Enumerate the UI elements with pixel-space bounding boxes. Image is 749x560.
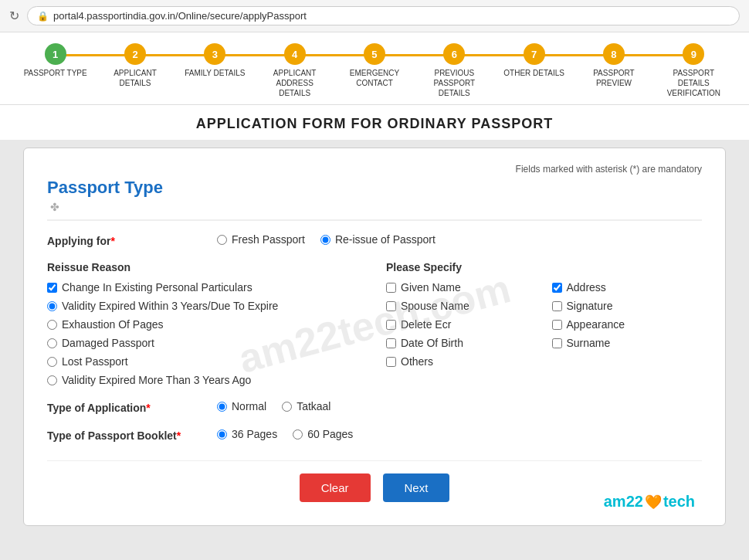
booklet-type-row: Type of Passport Booklet* 36 Pages 60 Pa… [47, 428, 702, 442]
required-star: * [110, 235, 114, 247]
specify-dob-label: Date Of Birth [401, 337, 463, 349]
reissue-validity3-label: Validity Expired Within 3 Years/Due To E… [62, 300, 278, 312]
reissue-change-option[interactable]: Change In Existing Personal Particulars [47, 281, 363, 294]
60-pages-label: 60 Pages [307, 428, 353, 440]
reissue-exhaustion-label: Exhaustion Of Pages [62, 318, 164, 331]
reissue-passport-radio[interactable] [320, 235, 330, 245]
reissue-exhaustion-option[interactable]: Exhaustion Of Pages [47, 318, 363, 331]
url-bar[interactable]: 🔒 portal4.passportindia.gov.in/Online/se… [27, 6, 740, 25]
section-divider [47, 219, 702, 221]
specify-dob-option[interactable]: Date Of Birth [386, 337, 537, 349]
applying-for-options: Fresh Passport Re-issue of Passport [217, 233, 436, 246]
please-specify-list: Given Name Address Spouse Name [386, 281, 702, 368]
step-3[interactable]: 3 FAMILY DETAILS [175, 43, 255, 78]
normal-option[interactable]: Normal [217, 400, 266, 412]
type-application-row: Type of Application* Normal Tatkaal [47, 400, 702, 414]
browser-bar: ↻ 🔒 portal4.passportindia.gov.in/Online/… [0, 0, 749, 32]
specify-surname-label: Surname [567, 337, 611, 349]
reissue-reason-col: Reissue Reason Change In Existing Person… [47, 261, 363, 386]
specify-appearance-checkbox[interactable] [552, 320, 562, 330]
specify-others-checkbox[interactable] [386, 357, 396, 367]
specify-given-name-label: Given Name [401, 281, 461, 294]
step-9[interactable]: 9 PASSPORT DETAILS VERIFICATION [654, 43, 734, 98]
specify-delete-ecr-option[interactable]: Delete Ecr [386, 318, 537, 331]
specify-dob-checkbox[interactable] [386, 338, 396, 348]
step-label-4: APPLICANT ADDRESS DETAILS [260, 68, 330, 98]
booklet-type-options: 36 Pages 60 Pages [217, 428, 353, 440]
form-container: Fields marked with asterisk (*) are mand… [0, 140, 749, 541]
lock-icon: 🔒 [37, 11, 49, 22]
specify-spouse-name-option[interactable]: Spouse Name [386, 300, 537, 312]
step-7[interactable]: 7 OTHER DETAILS [494, 43, 574, 78]
step-2[interactable]: 2 APPLICANT DETAILS [95, 43, 175, 88]
reissue-lost-option[interactable]: Lost Passport [47, 355, 363, 368]
specify-address-checkbox[interactable] [552, 283, 562, 293]
reissue-reason-title: Reissue Reason [47, 261, 363, 273]
step-label-6: PREVIOUS PASSPORT DETAILS [419, 68, 489, 98]
tatkaal-option[interactable]: Tatkaal [282, 400, 330, 412]
specify-appearance-label: Appearance [567, 318, 625, 331]
type-application-label: Type of Application* [47, 400, 217, 414]
step-circle-1: 1 [45, 43, 66, 65]
60-pages-option[interactable]: 60 Pages [293, 428, 353, 440]
60-pages-radio[interactable] [293, 429, 303, 440]
fresh-passport-radio[interactable] [217, 235, 227, 245]
reissue-change-checkbox[interactable] [47, 283, 57, 293]
specify-given-name-checkbox[interactable] [386, 283, 396, 293]
step-label-2: APPLICANT DETAILS [100, 68, 170, 88]
36-pages-option[interactable]: 36 Pages [217, 428, 277, 440]
step-label-9: PASSPORT DETAILS VERIFICATION [659, 68, 728, 98]
booklet-type-label: Type of Passport Booklet* [47, 428, 217, 442]
step-circle-6: 6 [443, 43, 465, 65]
step-circle-2: 2 [124, 43, 146, 65]
specify-delete-ecr-label: Delete Ecr [401, 318, 451, 331]
reissue-lost-radio[interactable] [47, 357, 57, 367]
step-1[interactable]: 1 PASSPORT TYPE [15, 43, 95, 78]
specify-surname-checkbox[interactable] [552, 338, 562, 348]
specify-given-name-option[interactable]: Given Name [386, 281, 537, 294]
specify-spouse-name-checkbox[interactable] [386, 301, 396, 311]
reissue-exhaustion-radio[interactable] [47, 320, 57, 330]
specify-delete-ecr-checkbox[interactable] [386, 320, 396, 330]
specify-appearance-option[interactable]: Appearance [552, 318, 703, 331]
specify-signature-checkbox[interactable] [552, 301, 562, 311]
reissue-validity3-option[interactable]: Validity Expired Within 3 Years/Due To E… [47, 300, 363, 312]
step-label-1: PASSPORT TYPE [24, 68, 87, 78]
specify-signature-option[interactable]: Signature [552, 300, 703, 312]
clear-button[interactable]: Clear [300, 473, 371, 502]
step-6[interactable]: 6 PREVIOUS PASSPORT DETAILS [415, 43, 494, 98]
reissue-damaged-radio[interactable] [47, 338, 57, 348]
reissue-validity3plus-radio[interactable] [47, 375, 57, 385]
specify-others-label: Others [401, 355, 433, 368]
reissue-reason-list: Change In Existing Personal Particulars … [47, 281, 363, 386]
reissue-lost-label: Lost Passport [62, 355, 128, 368]
specify-address-option[interactable]: Address [552, 281, 703, 294]
next-button[interactable]: Next [383, 473, 450, 502]
step-circle-4: 4 [284, 43, 306, 65]
applying-for-row: Applying for* Fresh Passport Re-issue of… [47, 233, 702, 247]
36-pages-label: 36 Pages [232, 428, 277, 440]
step-8[interactable]: 8 PASSPORT PREVIEW [574, 43, 653, 88]
reissue-validity3-radio[interactable] [47, 301, 57, 311]
fresh-passport-option[interactable]: Fresh Passport [217, 233, 305, 246]
refresh-icon[interactable]: ↻ [9, 8, 19, 23]
mandatory-note: Fields marked with asterisk (*) are mand… [47, 164, 702, 175]
step-4[interactable]: 4 APPLICANT ADDRESS DETAILS [255, 43, 334, 98]
page-title: APPLICATION FORM FOR ORDINARY PASSPORT [0, 104, 749, 140]
tatkaal-label: Tatkaal [297, 400, 330, 412]
page-content: 1 PASSPORT TYPE 2 APPLICANT DETAILS 3 FA… [0, 32, 749, 560]
step-5[interactable]: 5 EMERGENCY CONTACT [334, 43, 414, 88]
reissue-damaged-option[interactable]: Damaged Passport [47, 337, 363, 349]
specify-others-option[interactable]: Others [386, 355, 537, 368]
normal-label: Normal [232, 400, 266, 412]
normal-radio[interactable] [217, 402, 227, 412]
specify-surname-option[interactable]: Surname [552, 337, 703, 349]
fresh-passport-label: Fresh Passport [232, 233, 305, 246]
reissue-validity3plus-option[interactable]: Validity Expired More Than 3 Years Ago [47, 374, 363, 386]
applying-for-label: Applying for* [47, 233, 217, 247]
reissue-damaged-label: Damaged Passport [62, 337, 154, 349]
tatkaal-radio[interactable] [282, 402, 292, 412]
reissue-passport-label: Re-issue of Passport [335, 233, 436, 246]
36-pages-radio[interactable] [217, 429, 227, 440]
reissue-passport-option[interactable]: Re-issue of Passport [320, 233, 436, 246]
